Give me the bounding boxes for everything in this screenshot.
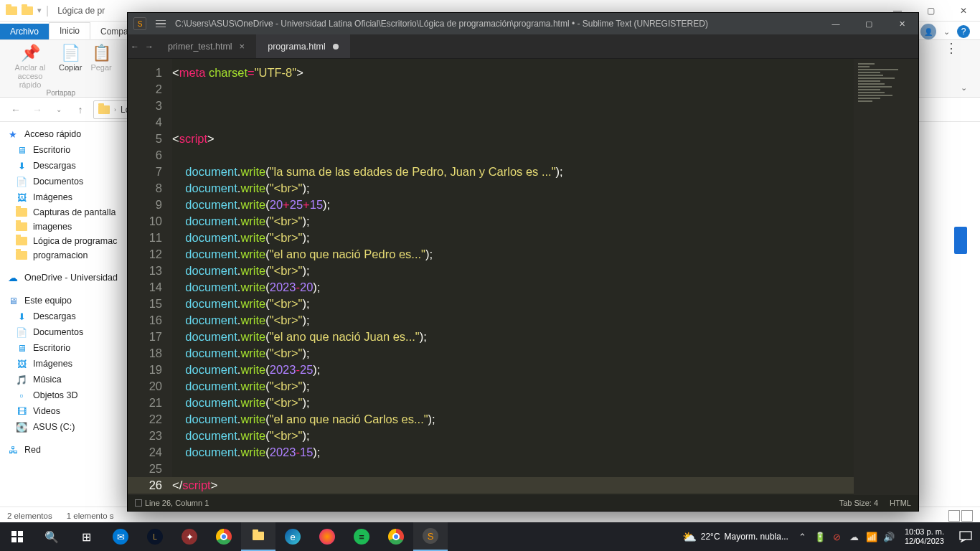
line-number[interactable]: 8 bbox=[128, 180, 162, 197]
sidebar-item-downloads2[interactable]: ⬇Descargas bbox=[0, 309, 127, 324]
tray-overflow-button[interactable]: ⌃ bbox=[794, 522, 811, 551]
notifications-button[interactable] bbox=[951, 531, 980, 542]
clock[interactable]: 10:03 p. m. 12/04/2023 bbox=[897, 527, 951, 546]
taskbar-app-mail[interactable]: ✉ bbox=[103, 522, 138, 551]
search-button[interactable]: 🔍 bbox=[34, 522, 69, 551]
tab-programa[interactable]: programa.html bbox=[256, 34, 350, 58]
sidebar-item-onedrive[interactable]: ☁OneDrive - Universidad bbox=[0, 270, 127, 286]
battery-icon[interactable]: 🔋 bbox=[811, 522, 829, 551]
sidebar-item-documents[interactable]: 📄Documentos bbox=[0, 174, 127, 189]
sidebar-item-downloads[interactable]: ⬇Descargas bbox=[0, 158, 127, 174]
close-button[interactable]: ✕ bbox=[947, 0, 980, 22]
pin-quick-access-button[interactable]: 📌 Anclar al acceso rápido bbox=[10, 44, 50, 89]
weather-widget[interactable]: ⛅ 22°C Mayorm. nubla... bbox=[677, 530, 794, 544]
taskbar-app-spotify[interactable]: ≡ bbox=[344, 522, 379, 551]
taskbar-app-chrome[interactable] bbox=[207, 522, 241, 551]
line-number[interactable]: 25 bbox=[128, 461, 162, 477]
line-number[interactable]: 10 bbox=[128, 213, 162, 230]
sidebar-item-this-pc[interactable]: 🖥Este equipo bbox=[0, 293, 127, 309]
wifi-icon[interactable]: 📶 bbox=[863, 522, 880, 551]
sidebar-item-captures[interactable]: Capturas de pantalla bbox=[0, 205, 127, 220]
sidebar-item-quick-access[interactable]: ★Acceso rápido bbox=[0, 126, 127, 142]
user-avatar[interactable]: 👤 bbox=[920, 24, 936, 39]
sidebar-item-desktop2[interactable]: 🖥Escritorio bbox=[0, 340, 127, 356]
line-number[interactable]: 19 bbox=[128, 362, 162, 378]
line-number[interactable]: 22 bbox=[128, 411, 162, 428]
line-number[interactable]: 21 bbox=[128, 395, 162, 411]
sidebar-item-desktop[interactable]: 🖥Escritorio bbox=[0, 142, 127, 158]
chevron-down-icon[interactable]: ▾ bbox=[37, 6, 42, 15]
tab-nav-right[interactable]: → bbox=[142, 42, 156, 52]
tab-nav-left[interactable]: ← bbox=[128, 42, 142, 52]
maximize-button[interactable]: ▢ bbox=[852, 13, 885, 34]
line-number[interactable]: 23 bbox=[128, 428, 162, 444]
sublime-titlebar[interactable]: S C:\Users\ASUS\OneDrive - Universidad L… bbox=[128, 13, 918, 34]
line-number[interactable]: 17 bbox=[128, 329, 162, 345]
menu-button[interactable] bbox=[152, 20, 169, 28]
up-button[interactable]: ↑ bbox=[72, 101, 89, 118]
tab-file[interactable]: Archivo bbox=[0, 24, 49, 39]
line-number[interactable]: 18 bbox=[128, 345, 162, 362]
taskbar-app-explorer[interactable] bbox=[241, 522, 275, 551]
close-button[interactable]: ✕ bbox=[885, 13, 918, 34]
copy-button[interactable]: 📄 Copiar bbox=[59, 44, 82, 89]
taskbar-app-game[interactable]: ✦ bbox=[172, 522, 207, 551]
forward-button[interactable]: → bbox=[29, 101, 46, 118]
sidebar-item-videos[interactable]: 🎞Videos bbox=[0, 403, 127, 419]
line-number[interactable]: 16 bbox=[128, 312, 162, 329]
line-number[interactable]: 7 bbox=[128, 164, 162, 180]
collapse-search-button[interactable]: ⌄ bbox=[961, 83, 967, 93]
line-number[interactable]: 5 bbox=[128, 131, 162, 147]
scrollbar-thumb[interactable] bbox=[954, 227, 967, 254]
taskbar-app-edge[interactable]: e bbox=[275, 522, 310, 551]
security-icon[interactable]: ⊘ bbox=[829, 522, 846, 551]
sidebar-item-3dobjects[interactable]: ▫Objetos 3D bbox=[0, 387, 127, 403]
line-number[interactable]: 2 bbox=[128, 81, 162, 98]
taskbar-app-lol[interactable]: L bbox=[138, 522, 172, 551]
line-number[interactable]: 15 bbox=[128, 296, 162, 312]
tab-size[interactable]: Tab Size: 4 bbox=[839, 499, 878, 507]
sidebar-item-network[interactable]: 🖧Red bbox=[0, 442, 127, 458]
line-number[interactable]: 9 bbox=[128, 197, 162, 213]
tab-close-icon[interactable]: × bbox=[240, 41, 245, 52]
line-gutter[interactable]: 1234567891011121314151617181920212223242… bbox=[128, 59, 172, 495]
sidebar-item-imagenes[interactable]: imagenes bbox=[0, 220, 127, 234]
line-number[interactable]: 4 bbox=[128, 114, 162, 131]
line-number[interactable]: 14 bbox=[128, 279, 162, 296]
volume-icon[interactable]: 🔊 bbox=[880, 522, 897, 551]
maximize-button[interactable]: ▢ bbox=[914, 0, 947, 22]
more-options-button[interactable]: ⋮ bbox=[937, 40, 967, 56]
line-number[interactable]: 12 bbox=[128, 246, 162, 263]
line-number[interactable]: 11 bbox=[128, 230, 162, 246]
cursor-position[interactable]: Line 26, Column 1 bbox=[145, 499, 209, 507]
sidebar-item-pictures[interactable]: 🖼Imágenes bbox=[0, 189, 127, 205]
sidebar-item-programacion[interactable]: programacion bbox=[0, 248, 127, 263]
onedrive-tray-icon[interactable]: ☁ bbox=[846, 522, 863, 551]
console-icon[interactable] bbox=[135, 499, 142, 507]
sidebar-item-pictures2[interactable]: 🖼Imágenes bbox=[0, 356, 127, 372]
sidebar-item-logica[interactable]: Lógica de programac bbox=[0, 234, 127, 248]
line-number[interactable]: 13 bbox=[128, 263, 162, 279]
paste-button[interactable]: 📋 Pegar bbox=[90, 44, 111, 89]
tab-primer-test[interactable]: primer_test.html × bbox=[156, 34, 256, 58]
line-number[interactable]: 20 bbox=[128, 378, 162, 395]
back-button[interactable]: ← bbox=[7, 101, 24, 118]
taskbar-app-sublime[interactable]: S bbox=[413, 522, 448, 551]
editor[interactable]: 1234567891011121314151617181920212223242… bbox=[128, 59, 918, 495]
start-button[interactable] bbox=[0, 522, 34, 551]
taskbar-app-chrome2[interactable] bbox=[379, 522, 413, 551]
syntax-mode[interactable]: HTML bbox=[890, 499, 911, 507]
task-view-button[interactable]: ⊞ bbox=[69, 522, 103, 551]
line-number[interactable]: 6 bbox=[128, 147, 162, 164]
tab-home[interactable]: Inicio bbox=[49, 22, 90, 39]
line-number[interactable]: 26 bbox=[128, 477, 172, 494]
sidebar-item-disk-c[interactable]: 💽ASUS (C:) bbox=[0, 419, 127, 435]
code-area[interactable]: <meta charset="UTF-8"> <script> document… bbox=[172, 59, 854, 495]
sidebar-item-documents2[interactable]: 📄Documentos bbox=[0, 324, 127, 340]
taskbar-app-firefox[interactable] bbox=[310, 522, 344, 551]
line-number[interactable]: 24 bbox=[128, 444, 162, 461]
sidebar-item-music[interactable]: 🎵Música bbox=[0, 372, 127, 387]
help-icon[interactable]: ? bbox=[957, 25, 970, 38]
line-number[interactable]: 3 bbox=[128, 98, 162, 114]
minimize-button[interactable]: — bbox=[819, 13, 852, 34]
